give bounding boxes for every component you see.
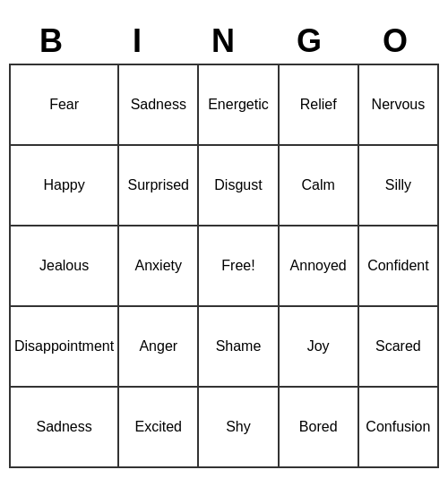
cell-text: Excited [135,419,182,435]
bingo-cell: Disgust [199,146,279,226]
cell-text: Anger [139,338,177,355]
header-letter: B [9,19,95,64]
bingo-cell: Excited [119,388,199,468]
cell-text: Annoyed [290,258,347,274]
bingo-card: BINGO FearSadnessEnergeticReliefNervousH… [9,19,439,468]
cell-text: Scared [375,338,421,355]
cell-text: Anxiety [135,258,182,274]
cell-text: Energetic [208,97,269,113]
bingo-cell: Calm [280,146,359,226]
bingo-cell: Silly [359,146,439,226]
cell-text: Silly [385,177,411,193]
bingo-cell: Jealous [11,226,119,307]
bingo-cell: Relief [280,65,359,146]
bingo-cell: Nervous [359,65,439,146]
header-letter: N [181,19,267,64]
cell-text: Bored [299,419,338,435]
bingo-cell: Disappointment [11,307,119,388]
cell-text: Fear [49,97,79,113]
bingo-grid: FearSadnessEnergeticReliefNervousHappySu… [9,64,439,468]
bingo-cell: Annoyed [280,226,359,307]
cell-text: Nervous [372,97,426,113]
cell-text: Jealous [39,258,89,274]
cell-text: Surprised [128,177,189,193]
cell-text: Disgust [214,177,262,193]
header-letter: I [95,19,181,64]
bingo-cell: Scared [359,307,439,388]
bingo-cell: Happy [11,146,119,226]
bingo-cell: Fear [11,65,119,146]
cell-text: Shame [216,338,262,355]
cell-text: Joy [307,338,330,355]
bingo-cell: Free! [199,226,279,307]
header-letter: G [267,19,353,64]
bingo-cell: Shy [199,388,279,468]
bingo-header: BINGO [9,19,439,64]
cell-text: Confident [367,258,429,274]
bingo-cell: Bored [280,388,359,468]
cell-text: Shy [226,419,251,435]
bingo-cell: Confusion [359,388,439,468]
bingo-cell: Confident [359,226,439,307]
bingo-cell: Joy [280,307,359,388]
cell-text: Disappointment [14,338,114,355]
cell-text: Relief [300,97,337,113]
bingo-cell: Anxiety [119,226,199,307]
bingo-cell: Sadness [119,65,199,146]
cell-text: Happy [43,177,84,193]
bingo-cell: Anger [119,307,199,388]
bingo-cell: Shame [199,307,279,388]
cell-text: Sadness [36,419,91,435]
cell-text: Sadness [131,97,186,113]
bingo-cell: Energetic [199,65,279,146]
bingo-cell: Sadness [11,388,119,468]
cell-text: Confusion [366,419,430,435]
cell-text: Free! [221,258,254,274]
cell-text: Calm [302,177,335,193]
header-letter: O [353,19,439,64]
bingo-cell: Surprised [119,146,199,226]
